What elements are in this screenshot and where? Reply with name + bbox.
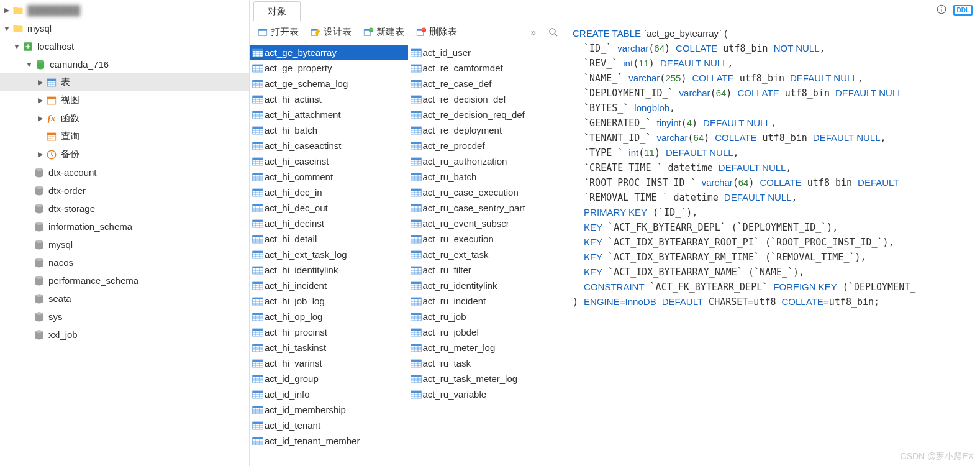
table-row[interactable]: act_hi_batch bbox=[250, 122, 408, 138]
database-icon bbox=[34, 257, 45, 268]
more-icon[interactable]: » bbox=[527, 26, 540, 39]
table-row[interactable]: act_hi_op_log bbox=[250, 309, 408, 324]
table-row[interactable]: act_ru_ext_task bbox=[408, 247, 566, 262]
table-row[interactable]: act_hi_taskinst bbox=[250, 340, 408, 355]
table-row[interactable]: act_ru_task_meter_log bbox=[408, 371, 566, 386]
table-row[interactable]: act_ru_task bbox=[408, 355, 566, 371]
table-row[interactable]: act_id_info bbox=[250, 386, 408, 402]
tree-database[interactable]: xxl_job bbox=[0, 326, 249, 344]
tree-database[interactable]: dtx-storage bbox=[0, 199, 249, 217]
table-row[interactable]: act_hi_dec_in bbox=[250, 185, 408, 200]
tree-connection[interactable]: ▼ localhost bbox=[0, 37, 249, 55]
table-row[interactable]: act_hi_incident bbox=[250, 278, 408, 293]
chevron-down-icon[interactable]: ▼ bbox=[25, 60, 34, 69]
table-row[interactable]: act_id_membership bbox=[250, 402, 408, 418]
table-row[interactable]: act_ru_incident bbox=[408, 293, 566, 309]
svg-rect-317 bbox=[411, 329, 421, 331]
table-row[interactable]: act_ge_schema_log bbox=[250, 76, 408, 91]
table-row[interactable]: act_hi_caseinst bbox=[250, 153, 408, 169]
new-table-button[interactable]: 新建表 bbox=[358, 24, 409, 40]
table-row[interactable]: act_ge_bytearray bbox=[250, 45, 408, 60]
table-row[interactable]: act_ru_meter_log bbox=[408, 340, 566, 355]
design-table-button[interactable]: 设计表 bbox=[305, 24, 356, 40]
table-row[interactable]: act_hi_procinst bbox=[250, 324, 408, 340]
svg-rect-16 bbox=[47, 133, 56, 135]
table-row[interactable]: act_ge_property bbox=[250, 60, 408, 76]
table-row[interactable]: act_id_user bbox=[408, 45, 566, 60]
tree-database[interactable]: mysql bbox=[0, 235, 249, 254]
table-row[interactable]: act_re_deployment bbox=[408, 122, 566, 138]
tree-functions-node[interactable]: ▶ fx 函数 bbox=[0, 109, 249, 127]
tree-database[interactable]: dtx-account bbox=[0, 163, 249, 181]
tree-database-active[interactable]: ▼ camunda_716 bbox=[0, 55, 249, 73]
button-label: 删除表 bbox=[429, 26, 457, 38]
table-row[interactable]: act_re_decision_req_def bbox=[408, 107, 566, 122]
table-icon bbox=[252, 157, 263, 166]
view-icon bbox=[46, 95, 57, 106]
tree-views-node[interactable]: ▶ 视图 bbox=[0, 91, 249, 109]
svg-rect-191 bbox=[253, 406, 263, 408]
table-name: act_hi_op_log bbox=[265, 311, 322, 322]
table-row[interactable]: act_hi_decinst bbox=[250, 216, 408, 231]
table-row[interactable]: act_id_tenant bbox=[250, 418, 408, 433]
tree-queries-node[interactable]: ▶ 查询 bbox=[0, 127, 249, 145]
tree-database[interactable]: seata bbox=[0, 290, 249, 308]
chevron-right-icon[interactable]: ▶ bbox=[36, 150, 45, 159]
table-row[interactable]: act_hi_actinst bbox=[250, 91, 408, 107]
ddl-icon[interactable]: DDL bbox=[953, 5, 973, 16]
table-row[interactable]: act_ru_identitylink bbox=[408, 278, 566, 293]
ddl-code[interactable]: CREATE TABLE `act_ge_bytearray` ( `ID_` … bbox=[566, 21, 980, 466]
table-icon bbox=[411, 142, 422, 150]
table-row[interactable]: act_ru_case_sentry_part bbox=[408, 200, 566, 216]
tree-database[interactable]: information_schema bbox=[0, 217, 249, 235]
table-row[interactable]: act_ru_event_subscr bbox=[408, 216, 566, 231]
tree-database[interactable]: sys bbox=[0, 308, 249, 326]
table-row[interactable]: act_hi_detail bbox=[250, 231, 408, 247]
table-row[interactable]: act_re_camformdef bbox=[408, 60, 566, 76]
tree-backup-node[interactable]: ▶ 备份 bbox=[0, 145, 249, 163]
table-row[interactable]: act_ru_job bbox=[408, 309, 566, 324]
table-row[interactable]: act_re_decision_def bbox=[408, 91, 566, 107]
table-row[interactable]: act_hi_varinst bbox=[250, 355, 408, 371]
table-row[interactable]: act_ru_variable bbox=[408, 386, 566, 402]
delete-table-button[interactable]: 删除表 bbox=[411, 24, 462, 40]
chevron-right-icon[interactable]: ▶ bbox=[36, 78, 45, 87]
table-row[interactable]: act_ru_case_execution bbox=[408, 185, 566, 200]
open-table-button[interactable]: 打开表 bbox=[252, 24, 304, 40]
table-row[interactable]: act_hi_attachment bbox=[250, 107, 408, 122]
table-row[interactable]: act_hi_dec_out bbox=[250, 200, 408, 216]
table-row[interactable]: act_re_case_def bbox=[408, 76, 566, 91]
table-row[interactable]: act_re_procdef bbox=[408, 138, 566, 153]
table-row[interactable]: act_ru_execution bbox=[408, 231, 566, 247]
chevron-down-icon[interactable]: ▼ bbox=[2, 24, 11, 33]
chevron-right-icon[interactable]: ▶ bbox=[36, 96, 45, 105]
table-name: act_ge_property bbox=[265, 63, 332, 73]
table-icon bbox=[252, 204, 263, 212]
table-row[interactable]: act_ru_authorization bbox=[408, 153, 566, 169]
chevron-right-icon[interactable]: ▶ bbox=[36, 114, 45, 123]
table-row[interactable]: act_id_group bbox=[250, 371, 408, 386]
table-row[interactable]: act_ru_batch bbox=[408, 169, 566, 185]
tree-database[interactable]: nacos bbox=[0, 254, 249, 272]
search-icon[interactable] bbox=[547, 26, 560, 39]
table-row[interactable]: act_hi_job_log bbox=[250, 293, 408, 309]
tree-root-blur[interactable]: ▶ ████████ bbox=[0, 1, 249, 19]
chevron-down-icon[interactable]: ▼ bbox=[12, 42, 21, 51]
table-row[interactable]: act_id_tenant_member bbox=[250, 433, 408, 449]
table-row[interactable]: act_hi_identitylink bbox=[250, 262, 408, 278]
tree-tables-node[interactable]: ▶ 表 bbox=[0, 73, 249, 91]
table-row[interactable]: act_ru_filter bbox=[408, 262, 566, 278]
table-row[interactable]: act_hi_caseactinst bbox=[250, 138, 408, 153]
table-row[interactable]: act_hi_ext_task_log bbox=[250, 247, 408, 262]
table-icon bbox=[252, 126, 263, 135]
tab-objects[interactable]: 对象 bbox=[253, 1, 301, 21]
table-row[interactable]: act_ru_jobdef bbox=[408, 324, 566, 340]
database-icon bbox=[34, 167, 45, 178]
chevron-right-icon[interactable]: ▶ bbox=[2, 6, 11, 15]
info-icon[interactable] bbox=[936, 4, 947, 17]
tree-root-mysql[interactable]: ▼ mysql bbox=[0, 19, 249, 37]
tree-database[interactable]: performance_schema bbox=[0, 272, 249, 290]
table-row[interactable]: act_hi_comment bbox=[250, 169, 408, 185]
svg-rect-3 bbox=[14, 25, 18, 27]
tree-database[interactable]: dtx-order bbox=[0, 181, 249, 199]
